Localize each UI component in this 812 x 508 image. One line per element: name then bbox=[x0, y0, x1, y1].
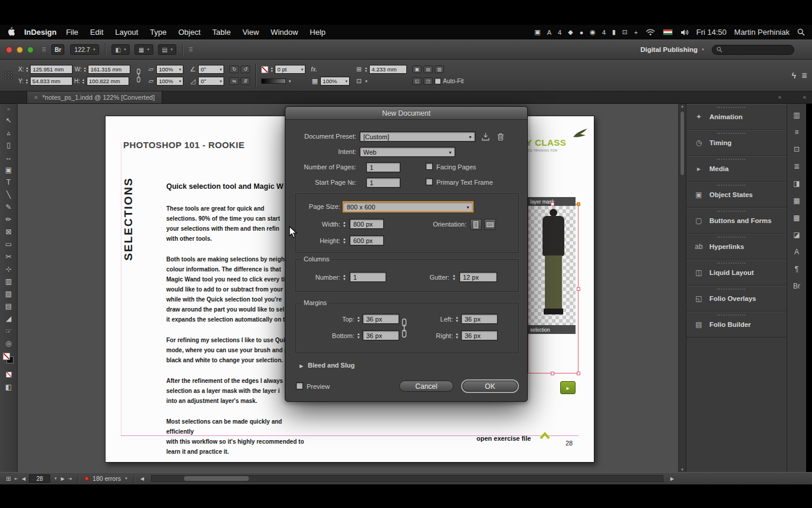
corner-radius-field[interactable]: 4.233 mm bbox=[369, 65, 407, 74]
sync-icon[interactable]: ◉ bbox=[590, 28, 596, 36]
panel-liquid-layout[interactable]: ◫ Liquid Layout bbox=[686, 260, 787, 286]
window-zoom-button[interactable] bbox=[27, 47, 34, 53]
layers-panel-icon[interactable]: ≡ bbox=[794, 128, 798, 136]
w-field[interactable]: 161.315 mm bbox=[88, 65, 130, 74]
page-menu-icon[interactable]: ▼ bbox=[54, 477, 57, 480]
number-of-pages-field[interactable]: 1 bbox=[366, 162, 400, 172]
horizontal-scroll-thumb[interactable] bbox=[184, 476, 249, 481]
first-page-button[interactable]: ⇤ bbox=[14, 476, 18, 481]
gutter-field[interactable]: 12 px bbox=[459, 272, 497, 282]
app-menu[interactable]: InDesign bbox=[24, 28, 57, 37]
autofit-checkbox[interactable] bbox=[435, 78, 441, 84]
gradient-panel-icon[interactable]: ▩ bbox=[793, 214, 800, 222]
menu-item[interactable]: Table bbox=[212, 28, 231, 37]
links-panel-icon[interactable]: ⊡ bbox=[794, 145, 800, 153]
ink-count-badge[interactable]: 4 bbox=[558, 29, 561, 36]
stroke-weight-stepper[interactable] bbox=[270, 67, 273, 73]
selection-handle-bottom-right[interactable] bbox=[577, 372, 580, 375]
preview-checkbox[interactable] bbox=[296, 382, 303, 389]
scissors-tool[interactable]: ✂ bbox=[2, 250, 16, 263]
start-page-field[interactable]: 1 bbox=[366, 178, 400, 188]
opacity-select[interactable]: 100% bbox=[320, 77, 350, 86]
free-transform-tool[interactable]: ⊹ bbox=[2, 263, 16, 275]
primary-text-frame-checkbox[interactable] bbox=[426, 178, 433, 185]
collapse-panels-icon[interactable]: « bbox=[778, 94, 781, 100]
note-tool[interactable]: ▤ bbox=[2, 300, 16, 312]
orientation-portrait-button[interactable] bbox=[470, 219, 482, 230]
rotate-ccw-button[interactable]: ↺ bbox=[241, 65, 250, 73]
stroke-panel-icon[interactable]: ≣ bbox=[794, 162, 800, 171]
margin-top-field[interactable]: 36 px bbox=[363, 314, 399, 324]
panel-timing[interactable]: ◷ Timing bbox=[686, 130, 787, 156]
flip-vertical-button[interactable]: ⇵ bbox=[241, 77, 250, 85]
page-size-select[interactable]: 800 x 600 bbox=[343, 201, 474, 212]
menu-user[interactable]: Martin Perhiniak bbox=[734, 28, 790, 37]
margin-bottom-stepper[interactable] bbox=[357, 332, 360, 339]
mini-bridge-panel-icon[interactable]: Br bbox=[793, 282, 800, 290]
view-options-combo[interactable]: ▤ bbox=[158, 44, 176, 55]
zoom-tool[interactable]: ◎ bbox=[2, 337, 16, 349]
document-tab[interactable]: × *notes_ps_1.indd @ 122% [Converted] bbox=[27, 91, 162, 103]
scale-x-select[interactable]: 100% bbox=[156, 65, 183, 74]
margin-right-field[interactable]: 36 px bbox=[461, 330, 498, 340]
preflight-errors-label[interactable]: 180 errors bbox=[93, 475, 121, 482]
columns-number-stepper[interactable] bbox=[343, 274, 346, 281]
menu-clock[interactable]: Fri 14:50 bbox=[696, 28, 726, 37]
view-options-icon[interactable]: ⊞ bbox=[6, 476, 11, 482]
scale-y-select[interactable]: 100% bbox=[156, 77, 183, 86]
next-page-button[interactable]: ▶ bbox=[61, 476, 64, 481]
spotlight-icon[interactable] bbox=[797, 28, 805, 36]
volume-icon[interactable] bbox=[680, 29, 689, 36]
h-field[interactable]: 100.822 mm bbox=[87, 77, 129, 86]
fill-stroke-swatches[interactable] bbox=[3, 353, 15, 365]
rotate-cw-button[interactable]: ↻ bbox=[229, 65, 239, 73]
intent-select[interactable]: Web bbox=[360, 147, 455, 157]
panel-object-states[interactable]: ▣ Object States bbox=[686, 182, 787, 208]
overlay-play-button[interactable]: ▸ bbox=[560, 381, 576, 394]
screen-mode-combo[interactable]: ◧ bbox=[111, 44, 130, 55]
hungarian-flag-icon[interactable] bbox=[663, 29, 673, 35]
h-stepper[interactable] bbox=[82, 78, 85, 84]
y-stepper[interactable] bbox=[25, 78, 28, 84]
search-input[interactable] bbox=[712, 45, 794, 55]
collapse-dock-icon[interactable]: « bbox=[803, 94, 806, 100]
menu-item[interactable]: Object bbox=[179, 28, 201, 37]
dialog-title[interactable]: New Document bbox=[285, 107, 527, 120]
y-field[interactable]: 54.833 mm bbox=[30, 77, 73, 86]
rectangle-frame-tool[interactable]: ⊠ bbox=[2, 225, 16, 238]
ink-icon[interactable]: A bbox=[547, 29, 551, 36]
horizontal-scrollbar[interactable] bbox=[151, 475, 663, 482]
corner-shape-arrow-icon[interactable]: ▼ bbox=[364, 80, 368, 83]
prev-page-button[interactable]: ◀ bbox=[22, 476, 25, 481]
margin-left-stepper[interactable] bbox=[455, 316, 459, 323]
vertical-scrollbar[interactable]: ▲ ▼ bbox=[678, 104, 686, 472]
flip-horizontal-button[interactable]: ⇋ bbox=[229, 77, 239, 85]
save-preset-button[interactable] bbox=[480, 132, 491, 142]
document-preset-select[interactable]: [Custom] bbox=[360, 132, 475, 142]
panel-folio-overlays[interactable]: ◱ Folio Overlays bbox=[686, 286, 787, 312]
menu-item[interactable]: Layout bbox=[115, 28, 138, 37]
apple-menu[interactable] bbox=[7, 27, 15, 38]
line-tool[interactable]: ╲ bbox=[2, 188, 16, 201]
rectangle-tool[interactable]: ▭ bbox=[2, 238, 16, 250]
panel-animation[interactable]: ✦ Animation bbox=[686, 104, 787, 130]
pencil-tool[interactable]: ✏ bbox=[2, 213, 16, 225]
margin-right-stepper[interactable] bbox=[455, 332, 459, 339]
effects-panel-icon[interactable]: ◪ bbox=[793, 231, 800, 239]
menu-item[interactable]: View bbox=[242, 28, 259, 37]
x-field[interactable]: 125.951 mm bbox=[30, 65, 73, 74]
panel-menu-icon[interactable]: ≣ bbox=[801, 71, 807, 80]
gradient-swatch-tool[interactable]: ▥ bbox=[2, 275, 16, 287]
menu-item[interactable]: File bbox=[66, 28, 78, 37]
margin-top-stepper[interactable] bbox=[357, 316, 360, 323]
panel-hyperlinks[interactable]: ab Hyperlinks bbox=[686, 234, 787, 260]
color-panel-icon[interactable]: ◨ bbox=[793, 179, 800, 188]
scroll-down-icon[interactable]: ▼ bbox=[680, 468, 684, 471]
tab-close-icon[interactable]: × bbox=[34, 94, 38, 101]
screen-mirror-icon[interactable]: ▣ bbox=[534, 28, 540, 36]
panel-media[interactable]: ▸ Media bbox=[686, 156, 787, 182]
last-page-button[interactable]: ⇥ bbox=[68, 476, 72, 481]
selection-handle-top-mid[interactable] bbox=[551, 202, 554, 206]
page-tool[interactable]: ▯ bbox=[2, 139, 16, 151]
corner-stepper[interactable] bbox=[364, 67, 367, 73]
